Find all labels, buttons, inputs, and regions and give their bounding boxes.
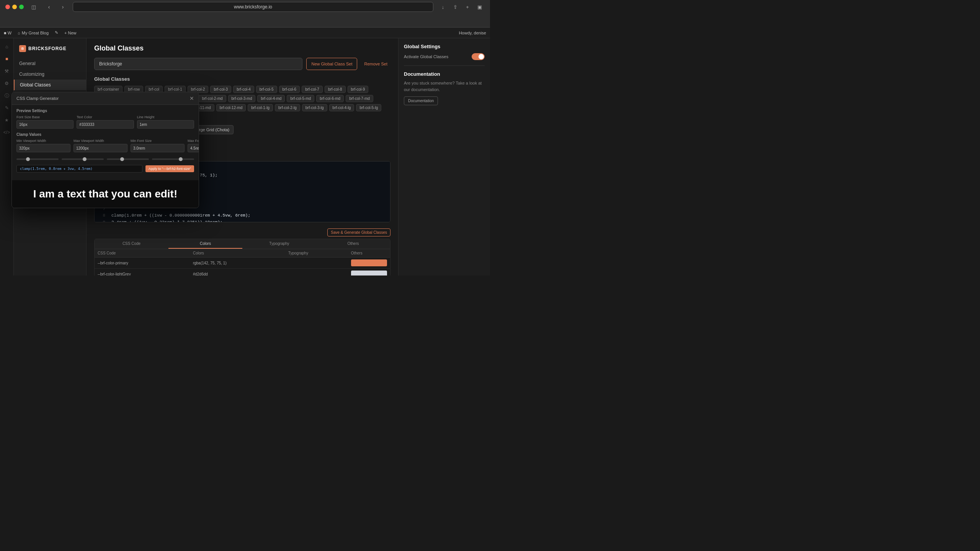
- col-header-typography: Typography: [285, 249, 348, 258]
- max-vp-field: Max Viewport Width: [74, 139, 127, 152]
- preview-settings-label: Preview Settings: [16, 109, 194, 113]
- icon-plugin[interactable]: ■: [2, 54, 12, 64]
- preview-text-area[interactable]: I am a text that you can edit!: [12, 180, 199, 208]
- result-code: clamp(1.5rem, 0.8rem + 3vw, 4.5rem): [16, 165, 142, 173]
- sidebar-toggle-button[interactable]: ◫: [28, 2, 39, 12]
- icon-code[interactable]: </>: [2, 127, 12, 138]
- min-vp-label: Min Viewport Width: [16, 139, 70, 143]
- class-tag[interactable]: brf-col-5-md: [287, 95, 314, 102]
- new-global-class-set-button[interactable]: New Global Class Set: [306, 58, 357, 70]
- line-height-input[interactable]: [137, 120, 194, 129]
- back-button[interactable]: ‹: [44, 2, 54, 12]
- class-tag[interactable]: brf-col-8: [325, 86, 346, 93]
- class-tag[interactable]: brf-col-6-md: [316, 95, 344, 102]
- wp-admin-bar: ■ W ⌂ My Great Blog ✎ + New Howdy, denis…: [0, 28, 490, 38]
- class-tag[interactable]: brf-col-2-lg: [275, 104, 300, 111]
- css-var-name: --brf-color-lightGrey: [95, 269, 190, 276]
- var-table: CSS Code Colors Typography Others --brf-…: [95, 249, 390, 276]
- class-tag[interactable]: brf-col-7-md: [346, 95, 373, 102]
- browser-chrome: ◫ ‹ › www.bricksforge.io ↓ ⇧ + ▣: [0, 0, 490, 28]
- tabs-button[interactable]: ▣: [475, 2, 485, 12]
- max-font-slider[interactable]: [152, 158, 194, 160]
- tab-others[interactable]: Others: [316, 239, 390, 249]
- class-tag[interactable]: brf-col-12-md: [216, 104, 246, 111]
- min-vp-input[interactable]: [16, 144, 70, 152]
- class-tag[interactable]: brf-col-9: [348, 86, 369, 93]
- preview-settings-grid: Font Size Base Text Color Line Height: [16, 115, 194, 129]
- class-tag[interactable]: brf-col-4-lg: [329, 104, 354, 111]
- class-tag[interactable]: brf-col-4: [233, 86, 254, 93]
- css-var-others: [348, 269, 390, 276]
- toggle-knob: [479, 54, 484, 59]
- tab-colors[interactable]: Colors: [168, 239, 242, 249]
- activate-global-classes-row: Activate Global Classes: [404, 53, 485, 60]
- site-name[interactable]: ⌂ My Great Blog: [18, 31, 49, 35]
- class-tag[interactable]: brf-col-6: [279, 86, 300, 93]
- font-size-base-label: Font Size Base: [16, 115, 74, 119]
- min-font-label: Min Font Size: [131, 139, 185, 143]
- icon-info[interactable]: ⓘ: [2, 90, 12, 101]
- share-button[interactable]: ⇧: [450, 2, 460, 12]
- modal-close-button[interactable]: ✕: [189, 95, 194, 101]
- save-gen-button[interactable]: Save & Generate Global Classes: [327, 228, 390, 236]
- min-font-field: Min Font Size: [131, 139, 185, 152]
- customize-link[interactable]: ✎: [55, 30, 58, 35]
- min-vp-slider[interactable]: [16, 158, 59, 160]
- class-tag[interactable]: brf-col-5: [256, 86, 277, 93]
- set-selector[interactable]: Bricksforge: [94, 58, 302, 70]
- apply-clamp-button[interactable]: Apply to "---brf-h2-font-size": [145, 165, 194, 172]
- preview-text[interactable]: I am a text that you can edit!: [33, 188, 178, 200]
- font-size-base-input[interactable]: [16, 120, 74, 129]
- minimize-button[interactable]: [12, 5, 17, 9]
- clamp-grid: Min Viewport Width Max Viewport Width Mi…: [16, 139, 194, 152]
- min-font-input[interactable]: [131, 144, 185, 152]
- nav-general[interactable]: General: [14, 58, 86, 69]
- var-table-wrapper: CSS Code Colors Typography Others CSS Co…: [94, 239, 390, 276]
- nav-customizing[interactable]: Customizing: [14, 69, 86, 80]
- activate-toggle[interactable]: [472, 53, 485, 60]
- text-color-group: Text Color: [77, 115, 134, 129]
- icon-edit[interactable]: ✎: [2, 103, 12, 113]
- icon-settings[interactable]: ⚙: [2, 78, 12, 89]
- brand-icon: B: [19, 45, 26, 52]
- right-panel: Global Settings Activate Global Classes …: [398, 38, 490, 276]
- min-font-slider[interactable]: [107, 158, 149, 160]
- max-vp-slider[interactable]: [62, 158, 104, 160]
- slider-row: [16, 155, 194, 161]
- modal-title: CSS Clamp Generator: [16, 96, 59, 101]
- nav-global-classes[interactable]: Global Classes: [14, 80, 86, 90]
- class-tag[interactable]: brf-col-1-lg: [248, 104, 273, 111]
- text-color-label: Text Color: [77, 115, 134, 119]
- max-vp-input[interactable]: [74, 144, 127, 152]
- icon-home[interactable]: ⌂: [2, 41, 12, 52]
- icon-tools[interactable]: ⚒: [2, 66, 12, 77]
- class-tag[interactable]: brf-col-2-md: [199, 95, 226, 102]
- activate-label: Activate Global Classes: [404, 54, 448, 59]
- new-content[interactable]: + New: [64, 31, 77, 35]
- text-color-input[interactable]: [77, 120, 134, 129]
- class-tag[interactable]: brf-col-5-lg: [356, 104, 381, 111]
- howdy-text: Howdy, denise: [459, 31, 486, 35]
- tab-typography[interactable]: Typography: [242, 239, 316, 249]
- min-font-slider-wrap: [107, 155, 149, 161]
- max-font-input[interactable]: [188, 144, 199, 152]
- maximize-button[interactable]: [19, 5, 24, 9]
- documentation-button[interactable]: Documentation: [404, 96, 438, 105]
- close-button[interactable]: [5, 5, 10, 9]
- class-tag[interactable]: brf-col-3-md: [228, 95, 256, 102]
- tab-css-code[interactable]: CSS Code: [95, 239, 168, 249]
- var-table-tabs: CSS Code Colors Typography Others: [95, 239, 390, 249]
- forward-button[interactable]: ›: [57, 2, 68, 12]
- class-tag[interactable]: brf-col-7: [302, 86, 323, 93]
- class-tag[interactable]: brf-col-4-md: [257, 95, 285, 102]
- class-tag[interactable]: brf-col-3: [210, 86, 231, 93]
- remove-set-button[interactable]: Remove Set: [361, 58, 390, 70]
- class-tag[interactable]: brf-col-3-lg: [302, 104, 327, 111]
- download-button[interactable]: ↓: [438, 2, 448, 12]
- new-tab-button[interactable]: +: [462, 2, 472, 12]
- address-bar[interactable]: www.bricksforge.io: [73, 2, 433, 12]
- clamp-values-label: Clamp Values: [16, 132, 194, 137]
- wp-logo[interactable]: ■ W: [4, 31, 11, 35]
- table-row: --brf-color-primary rgba(142, 75, 75, 1): [95, 258, 390, 269]
- icon-star[interactable]: ★: [2, 115, 12, 126]
